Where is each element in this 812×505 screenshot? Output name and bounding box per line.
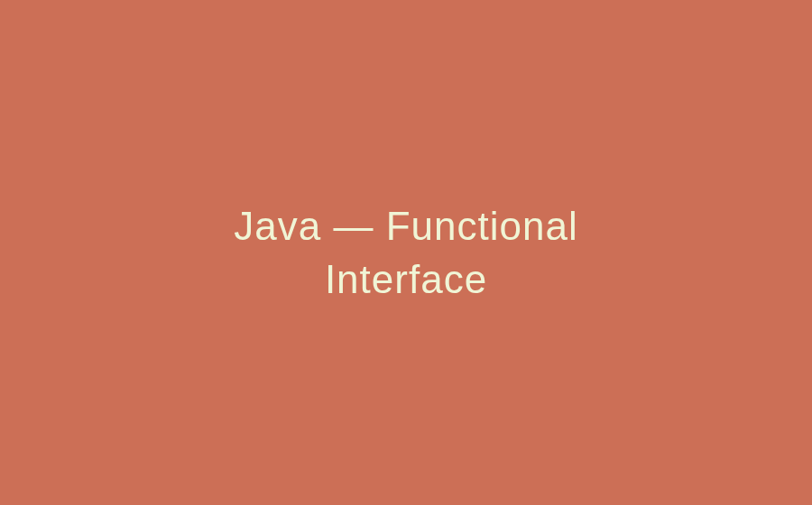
page-title: Java — Functional Interface	[153, 199, 659, 307]
